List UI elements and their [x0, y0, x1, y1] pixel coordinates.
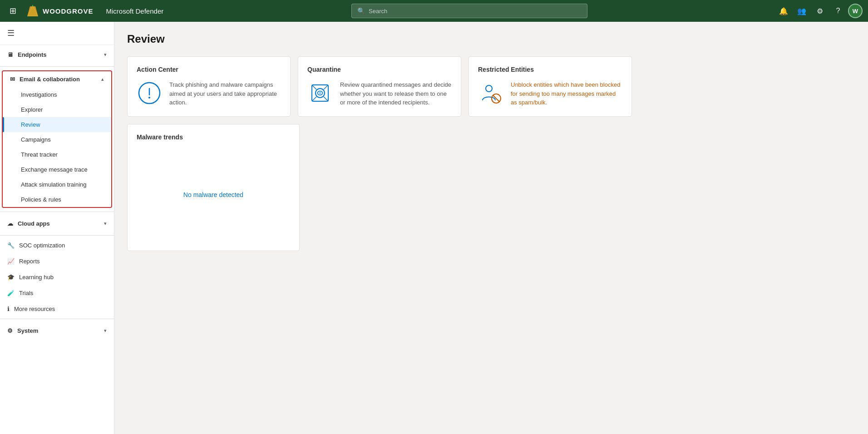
settings-button[interactable]: ⚙	[812, 3, 828, 19]
email-collaboration-header[interactable]: ✉ Email & collaboration ▴	[3, 71, 111, 87]
sidebar-item-learning-hub[interactable]: 🎓 Learning hub	[0, 269, 114, 285]
logo-text: WOODGROVE	[43, 7, 94, 15]
email-collaboration-label: Email & collaboration	[20, 76, 80, 83]
reports-icon: 📈	[7, 258, 15, 265]
malware-trends-title: Malware trends	[137, 133, 290, 141]
soc-optimization-icon: 🔧	[7, 242, 15, 249]
malware-trends-card: Malware trends No malware detected	[127, 124, 300, 251]
explorer-label: Explorer	[21, 106, 43, 113]
sidebar-item-explorer[interactable]: Explorer	[3, 102, 111, 117]
trials-icon: 🧪	[7, 290, 15, 296]
reports-label: Reports	[19, 258, 40, 265]
attack-simulation-training-label: Attack simulation training	[21, 181, 87, 188]
learning-hub-label: Learning hub	[19, 274, 54, 281]
restricted-entities-title: Restricted Entities	[478, 66, 622, 73]
sidebar-item-attack-simulation-training[interactable]: Attack simulation training	[3, 177, 111, 192]
email-collaboration-section: ✉ Email & collaboration ▴ Investigations…	[2, 70, 112, 208]
svg-point-5	[148, 97, 150, 99]
endpoints-section: 🖥 Endpoints ▾	[0, 45, 114, 64]
sidebar-item-campaigns[interactable]: Campaigns	[3, 132, 111, 147]
system-header[interactable]: ⚙ System ▾	[0, 323, 114, 339]
sidebar-item-trials[interactable]: 🧪 Trials	[0, 285, 114, 301]
email-collaboration-items: Investigations Explorer Review Campaigns…	[3, 87, 111, 207]
campaigns-label: Campaigns	[21, 136, 51, 143]
quarantine-title: Quarantine	[307, 66, 452, 73]
cloud-apps-header[interactable]: ☁ Cloud apps ▾	[0, 216, 114, 232]
quarantine-card: Quarantine Re	[298, 56, 461, 117]
email-collaboration-chevron-icon: ▴	[101, 76, 104, 82]
svg-point-13	[486, 85, 492, 92]
cloud-apps-chevron-icon: ▾	[104, 221, 107, 227]
trials-label: Trials	[19, 290, 33, 296]
logo-icon	[25, 4, 40, 18]
threat-tracker-label: Threat tracker	[21, 151, 58, 158]
user-avatar[interactable]: W	[848, 4, 863, 18]
soc-optimization-label: SOC optimization	[19, 242, 65, 249]
divider-2	[0, 212, 114, 212]
sidebar-item-review[interactable]: Review	[3, 117, 111, 132]
help-button[interactable]: ?	[830, 3, 846, 19]
main-layout: ☰ 🖥 Endpoints ▾ ✉ Email & collaboration …	[0, 22, 868, 434]
more-resources-icon: ℹ	[7, 306, 10, 312]
policies-rules-label: Policies & rules	[21, 196, 61, 203]
system-chevron-icon: ▾	[104, 328, 107, 334]
divider-1	[0, 66, 114, 67]
svg-line-9	[324, 85, 328, 89]
sidebar-item-soc-optimization[interactable]: 🔧 SOC optimization	[0, 237, 114, 253]
restricted-entities-card: Restricted Entities Unblock entities whi…	[469, 56, 632, 117]
sidebar-item-threat-tracker[interactable]: Threat tracker	[3, 147, 111, 162]
system-icon: ⚙	[7, 327, 13, 334]
endpoints-chevron-icon: ▾	[104, 52, 107, 58]
svg-point-12	[319, 92, 321, 94]
search-bar[interactable]: 🔍	[351, 4, 587, 18]
cloud-apps-section: ☁ Cloud apps ▾	[0, 214, 114, 233]
main-content: Review Action Center Track phishing and …	[114, 22, 868, 434]
notifications-button[interactable]: 🔔	[775, 3, 792, 19]
action-center-icon	[137, 80, 162, 106]
investigations-label: Investigations	[21, 91, 57, 98]
page-title: Review	[127, 33, 855, 45]
cloud-apps-icon: ☁	[7, 220, 13, 227]
exchange-message-trace-label: Exchange message trace	[21, 166, 88, 173]
divider-4	[0, 319, 114, 319]
no-malware-text: No malware detected	[183, 191, 243, 198]
restricted-entities-text: Unblock entities which have been blocked…	[511, 80, 622, 107]
sidebar-hamburger-button[interactable]: ☰	[0, 22, 114, 45]
action-center-title: Action Center	[137, 66, 281, 73]
system-section: ⚙ System ▾	[0, 321, 114, 340]
svg-line-8	[312, 85, 316, 89]
svg-marker-2	[27, 6, 38, 16]
top-navigation: ⊞ WOODGROVE Microsoft Defender 🔍 🔔 👥 ⚙ ?…	[0, 0, 868, 22]
endpoints-icon: 🖥	[7, 51, 13, 58]
search-icon: 🔍	[357, 7, 365, 15]
cloud-apps-label: Cloud apps	[18, 220, 50, 227]
learning-hub-icon: 🎓	[7, 274, 15, 281]
sidebar-item-policies-rules[interactable]: Policies & rules	[3, 192, 111, 207]
sidebar-item-exchange-message-trace[interactable]: Exchange message trace	[3, 162, 111, 177]
endpoints-header[interactable]: 🖥 Endpoints ▾	[0, 47, 114, 63]
svg-line-10	[312, 97, 316, 101]
action-center-card: Action Center Track phishing and malware…	[127, 56, 291, 117]
review-label: Review	[21, 121, 40, 128]
topnav-icon-group: 🔔 👥 ⚙ ? W	[775, 3, 863, 19]
restricted-entities-icon	[478, 80, 503, 106]
more-resources-label: More resources	[14, 306, 55, 312]
community-button[interactable]: 👥	[794, 3, 810, 19]
endpoints-label: Endpoints	[18, 51, 47, 58]
waffle-menu-button[interactable]: ⊞	[5, 6, 20, 16]
sidebar-item-investigations[interactable]: Investigations	[3, 87, 111, 102]
divider-3	[0, 235, 114, 236]
sidebar-item-reports[interactable]: 📈 Reports	[0, 253, 114, 269]
logo: WOODGROVE	[25, 4, 94, 18]
quarantine-text: Review quarantined messages and decide w…	[340, 80, 452, 107]
sidebar-item-more-resources[interactable]: ℹ More resources	[0, 301, 114, 317]
app-title: Microsoft Defender	[106, 7, 164, 15]
cards-row-top: Action Center Track phishing and malware…	[127, 56, 855, 117]
search-input[interactable]	[369, 8, 582, 15]
quarantine-icon	[307, 80, 333, 106]
sidebar: ☰ 🖥 Endpoints ▾ ✉ Email & collaboration …	[0, 22, 114, 434]
email-icon: ✉	[10, 76, 15, 83]
svg-line-11	[324, 97, 328, 101]
action-center-text: Track phishing and malware campaigns aim…	[169, 80, 281, 107]
system-label: System	[17, 327, 38, 334]
